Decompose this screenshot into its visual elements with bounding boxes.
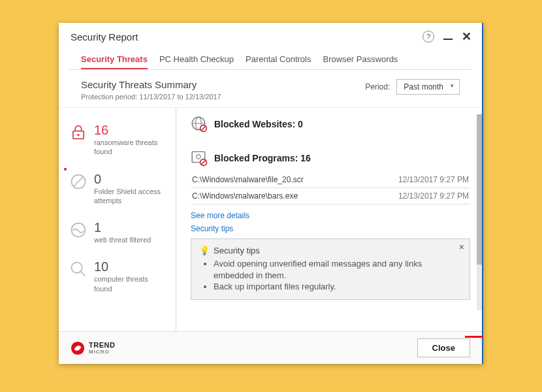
program-time: 12/13/2017 9:27 PM — [398, 191, 469, 201]
brand-text: TREND MICRO — [89, 341, 115, 355]
tip-item: Avoid opening unverified email messages … — [214, 258, 462, 281]
program-path: C:\Windows\malware\file_20.scr — [192, 175, 304, 184]
main-panel: Blocked Websites: 0 Blocked Programs: 16… — [176, 108, 482, 331]
stat-folder-count: 0 — [94, 172, 168, 186]
svg-point-1 — [77, 134, 80, 137]
see-more-link[interactable]: See more details — [191, 211, 470, 220]
stat-folder-shield[interactable]: 0 Folder Shield access attempts — [59, 167, 176, 216]
titlebar: Security Report ? ✕ — [59, 23, 482, 49]
protection-period: Protection period: 11/13/2017 to 12/13/2… — [81, 93, 221, 101]
program-path: C:\Windows\malware\bars.exe — [192, 191, 298, 201]
period-label: Period: — [365, 82, 390, 91]
period-dropdown[interactable]: Past month — [396, 79, 460, 95]
lock-icon — [69, 123, 88, 142]
magnifier-icon — [69, 260, 88, 278]
blocked-programs-header: Blocked Programs: 16 — [191, 150, 470, 167]
close-button[interactable]: Close — [417, 338, 470, 357]
tipbox-close-button[interactable]: × — [459, 242, 464, 252]
shield-icon — [69, 172, 88, 191]
scrollbar-thumb[interactable] — [477, 114, 482, 265]
summary-header: Security Threats Summary Protection peri… — [59, 70, 482, 108]
stat-web-count: 1 — [94, 221, 151, 234]
globe-blocked-icon — [191, 116, 208, 133]
window-title: Security Report — [71, 31, 138, 42]
stat-web-label: web threat filtered — [94, 235, 151, 244]
window-controls: ? ✕ — [422, 29, 471, 44]
close-window-button[interactable]: ✕ — [462, 29, 471, 44]
tip-item: Back up important files regularly. — [214, 281, 462, 293]
program-time: 12/13/2017 9:27 PM — [398, 175, 469, 184]
security-tips-box: × 💡 Security tips Avoid opening unverifi… — [191, 238, 470, 300]
decorative-edge — [465, 336, 483, 338]
tipbox-title: 💡 Security tips — [199, 246, 462, 255]
stat-folder-label: Folder Shield access attempts — [94, 187, 168, 206]
footer: TREND MICRO Close — [59, 331, 482, 364]
svg-point-13 — [197, 155, 201, 159]
blocked-program-row[interactable]: C:\Windows\malware\file_20.scr 12/13/201… — [191, 172, 470, 188]
stat-computer-count: 10 — [94, 260, 168, 273]
stat-computer-threats[interactable]: 10 computer threats found — [59, 255, 176, 304]
lightbulb-icon: 💡 — [199, 246, 210, 255]
tab-pc-health[interactable]: PC Health Checkup — [159, 50, 234, 69]
tab-browser-passwords[interactable]: Browser Passwords — [323, 50, 398, 69]
svg-line-6 — [81, 272, 86, 276]
blocked-websites-header: Blocked Websites: 0 — [191, 116, 470, 133]
stat-ransomware[interactable]: 16 ransomware threats found — [59, 118, 176, 167]
scrollbar[interactable] — [477, 114, 482, 310]
tipbox-list: Avoid opening unverified email messages … — [199, 258, 462, 293]
trendmicro-logo-icon — [71, 341, 85, 355]
minimize-button[interactable] — [443, 39, 453, 40]
blocked-programs-title: Blocked Programs: 16 — [214, 153, 311, 163]
help-button[interactable]: ? — [422, 31, 434, 42]
tab-parental-controls[interactable]: Parental Controls — [246, 50, 311, 69]
tab-security-threats[interactable]: Security Threats — [81, 50, 148, 69]
svg-point-5 — [72, 263, 82, 273]
summary-title: Security Threats Summary — [81, 79, 221, 90]
content-area: 16 ransomware threats found 0 Folder Shi… — [59, 108, 482, 331]
blocked-program-row[interactable]: C:\Windows\malware\bars.exe 12/13/2017 9… — [191, 188, 470, 204]
brand-logo: TREND MICRO — [71, 341, 115, 355]
stat-ransomware-count: 16 — [94, 123, 168, 137]
stats-sidebar: 16 ransomware threats found 0 Folder Shi… — [59, 108, 176, 331]
security-tips-link[interactable]: Security tips — [191, 224, 470, 233]
stat-web-threat[interactable]: 1 web threat filtered — [59, 216, 176, 255]
program-blocked-icon — [191, 150, 208, 167]
svg-line-3 — [74, 177, 83, 186]
alert-dot-icon — [64, 168, 67, 171]
tab-bar: Security Threats PC Health Checkup Paren… — [69, 49, 471, 70]
wave-icon — [69, 221, 88, 239]
links-section: See more details Security tips — [191, 211, 470, 233]
security-report-window: Security Report ? ✕ Security Threats PC … — [59, 23, 483, 364]
stat-ransomware-label: ransomware threats found — [94, 138, 168, 157]
period-control: Period: Past month — [365, 79, 460, 95]
stat-computer-label: computer threats found — [94, 274, 168, 293]
blocked-websites-title: Blocked Websites: 0 — [214, 119, 303, 129]
